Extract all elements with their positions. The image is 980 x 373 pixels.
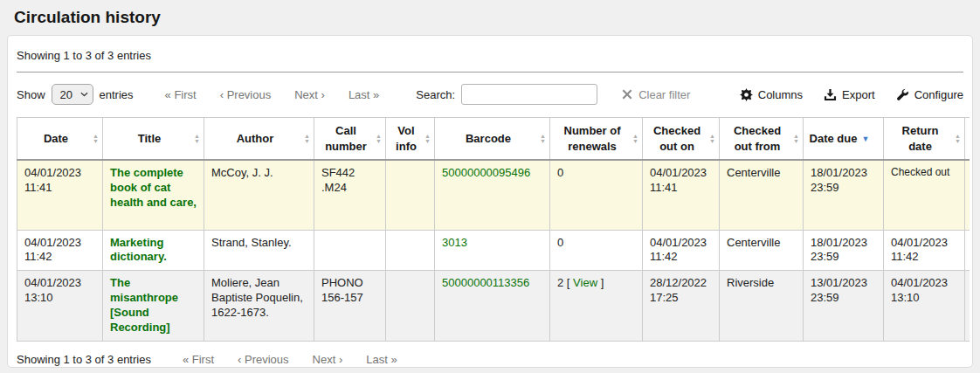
cell-title: Marketing dictionary. [103, 230, 204, 271]
column-header-title[interactable]: Title▲▼ [103, 118, 204, 161]
search-input[interactable] [461, 84, 597, 105]
cell-empty [965, 160, 970, 230]
barcode-link[interactable]: 50000000095496 [442, 166, 530, 179]
table-header-row: Date▲▼ Title▲▼ Author▲▼ Call number▲▼ Vo… [17, 118, 970, 161]
barcode-link[interactable]: 50000000113356 [442, 276, 529, 289]
pagination-previous-button[interactable]: ‹ Previous [220, 88, 272, 101]
column-header-barcode[interactable]: Barcode▲▼ [435, 118, 550, 161]
configure-button[interactable]: Configure [896, 88, 963, 101]
circulation-history-panel: Showing 1 to 3 of 3 entries Show 20 entr… [7, 35, 973, 368]
datatable-toolbar: Show 20 entries « First ‹ Previous Next … [17, 84, 963, 105]
cell-date-due: 18/01/2023 23:59 [804, 160, 884, 230]
cell-call-number [314, 230, 386, 271]
datatable-footer: Showing 1 to 3 of 3 entries « First ‹ Pr… [17, 353, 963, 366]
pagination-top: « First ‹ Previous Next › Last » [165, 88, 380, 101]
table-info-bottom: Showing 1 to 3 of 3 entries [17, 353, 151, 366]
sort-icon: ▲▼ [304, 134, 310, 144]
cell-date: 04/01/2023 13:10 [17, 271, 103, 342]
sort-icon: ▲▼ [424, 134, 431, 144]
columns-label: Columns [758, 88, 803, 101]
pagination-bottom: « First ‹ Previous Next › Last » [183, 353, 397, 366]
cell-checked-out-from: Riverside [720, 271, 804, 342]
column-header-date[interactable]: Date▲▼ [17, 118, 103, 161]
column-header-checked-out-from[interactable]: Checked out from▲▼ [720, 118, 804, 161]
cell-vol-info [386, 230, 435, 271]
x-icon [622, 89, 632, 100]
renewals-bracket: ] [601, 276, 604, 289]
pagination-last-button[interactable]: Last » [349, 88, 379, 101]
cell-checked-out-from: Centerville [720, 230, 804, 271]
cell-vol-info [386, 271, 435, 342]
cell-empty [965, 271, 970, 342]
sort-icon: ▲▼ [376, 134, 382, 144]
cell-vol-info [386, 160, 435, 230]
cell-return-date: 04/01/2023 13:10 [884, 271, 965, 342]
column-header-checked-out-on[interactable]: Checked out on▲▼ [643, 118, 720, 161]
table-row: 04/01/2023 13:10 The misanthrope [Sound … [17, 271, 970, 342]
table-action-buttons: Columns Export Configure [740, 88, 963, 101]
clear-filter-label: Clear filter [638, 88, 690, 101]
download-icon [824, 88, 837, 101]
column-header-number-of-renewals[interactable]: Number of renewals▲▼ [550, 118, 643, 161]
column-header-author[interactable]: Author▲▼ [204, 118, 314, 161]
cell-renewals: 2 [ View ] [550, 271, 643, 342]
configure-label: Configure [914, 88, 963, 101]
cell-date: 04/01/2023 11:41 [17, 160, 103, 230]
column-header-date-due[interactable]: Date due▼ [804, 118, 884, 161]
sort-icon: ▲▼ [194, 134, 200, 144]
cell-return-date: Checked out [884, 160, 965, 230]
gear-icon [740, 88, 753, 101]
cell-date-due: 18/01/2023 23:59 [804, 230, 884, 271]
show-entries-control: Show 20 entries [17, 84, 134, 105]
show-entries-label-before: Show [17, 88, 45, 101]
column-header-vol-info[interactable]: Vol info▲▼ [386, 118, 435, 161]
pagination-previous-button[interactable]: ‹ Previous [238, 353, 289, 366]
column-header-call-number[interactable]: Call number▲▼ [314, 118, 386, 161]
cell-author: McCoy, J. J. [204, 160, 314, 230]
cell-checked-out-on: 04/01/2023 11:42 [643, 230, 720, 271]
cell-empty [965, 230, 970, 271]
sort-descending-icon: ▼ [861, 134, 869, 144]
title-link[interactable]: The misanthrope [Sound Recording] [110, 276, 178, 334]
sort-icon: ▲▼ [540, 134, 546, 144]
pagination-next-button[interactable]: Next › [313, 353, 343, 366]
sort-icon: ▲▼ [955, 134, 961, 144]
pagination-first-button[interactable]: « First [183, 353, 214, 366]
cell-checked-out-on: 28/12/2022 17:25 [643, 271, 720, 342]
sort-icon: ▲▼ [632, 134, 638, 144]
cell-call-number: SF442 .M24 [314, 160, 386, 230]
title-link[interactable]: The complete book of cat health and care… [110, 166, 197, 209]
cell-renewals: 0 [550, 160, 643, 230]
table-row: 04/01/2023 11:41 The complete book of ca… [17, 160, 970, 230]
column-header-empty [965, 118, 970, 161]
export-button[interactable]: Export [824, 88, 875, 101]
clear-filter-button[interactable]: Clear filter [622, 88, 690, 101]
barcode-link[interactable]: 3013 [442, 236, 467, 249]
export-label: Export [842, 88, 875, 101]
view-renewals-link[interactable]: View [573, 276, 597, 289]
pagination-first-button[interactable]: « First [165, 88, 197, 101]
sort-icon: ▲▼ [93, 134, 99, 144]
wrench-icon [896, 88, 909, 101]
renewals-count: 2 [ [557, 276, 569, 289]
cell-barcode: 50000000113356 [435, 271, 550, 342]
pagination-last-button[interactable]: Last » [366, 353, 397, 366]
sort-icon: ▲▼ [793, 134, 799, 144]
search-label: Search: [416, 88, 455, 101]
show-entries-select-wrap: 20 [52, 84, 93, 105]
cell-author: Moliere, Jean Baptiste Poquelin, 1622-16… [204, 271, 314, 342]
column-header-return-date[interactable]: Return date▲▼ [884, 118, 965, 161]
cell-date: 04/01/2023 11:42 [17, 230, 103, 271]
page-title: Circulation history [0, 0, 980, 31]
columns-button[interactable]: Columns [740, 88, 803, 101]
cell-title: The misanthrope [Sound Recording] [103, 271, 204, 342]
title-link[interactable]: Marketing dictionary. [110, 236, 167, 264]
cell-barcode: 3013 [435, 230, 550, 271]
table-row: 04/01/2023 11:42 Marketing dictionary. S… [17, 230, 970, 271]
show-entries-label-after: entries [100, 88, 134, 101]
cell-date-due: 13/01/2023 23:59 [804, 271, 884, 342]
cell-return-date: 04/01/2023 11:42 [884, 230, 965, 271]
show-entries-select[interactable]: 20 [52, 84, 93, 105]
pagination-next-button[interactable]: Next › [294, 88, 325, 101]
cell-title: The complete book of cat health and care… [103, 160, 204, 230]
